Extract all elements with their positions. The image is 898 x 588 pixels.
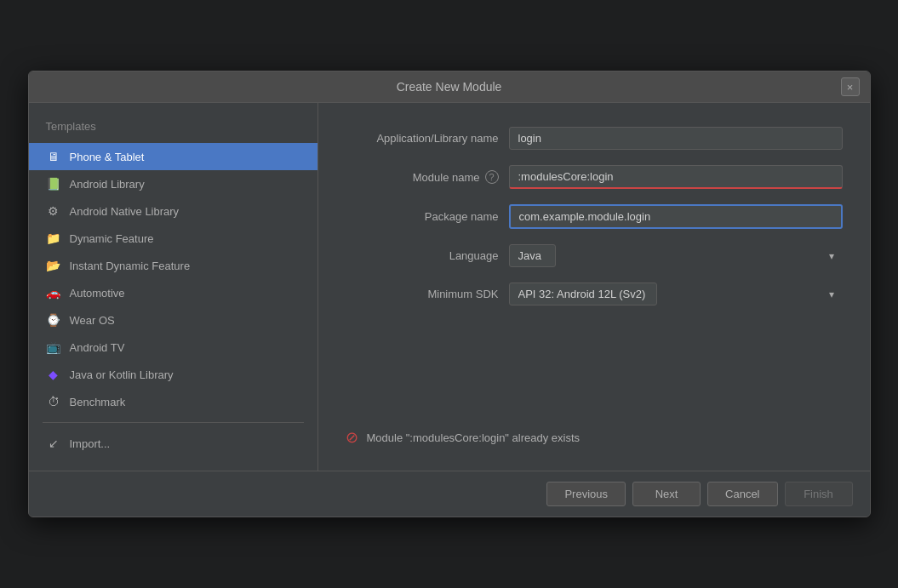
form-spacer	[346, 321, 843, 402]
sidebar-item-phone-tablet[interactable]: 🖥 Phone & Tablet	[29, 143, 317, 170]
language-select[interactable]: Java Kotlin	[509, 244, 556, 267]
language-select-wrapper: Java Kotlin	[509, 244, 843, 267]
phone-tablet-icon: 🖥	[46, 149, 61, 164]
sidebar-header: Templates	[29, 117, 317, 143]
main-content: Application/Library name Module name ? P…	[318, 103, 870, 471]
wear-os-icon: ⌚	[46, 312, 61, 328]
package-name-label: Package name	[346, 210, 499, 223]
next-button[interactable]: Next	[632, 482, 701, 506]
app-library-name-label: Application/Library name	[346, 132, 499, 145]
min-sdk-row: Minimum SDK API 32: Android 12L (Sv2) AP…	[346, 283, 843, 305]
dialog-body: Templates 🖥 Phone & Tablet 📗 Android Lib…	[29, 103, 870, 471]
previous-button[interactable]: Previous	[546, 482, 626, 506]
sidebar-item-label-android-tv: Android TV	[70, 341, 125, 354]
sidebar: Templates 🖥 Phone & Tablet 📗 Android Lib…	[29, 103, 318, 471]
sidebar-item-label-import: Import...	[70, 437, 111, 450]
sidebar-item-wear-os[interactable]: ⌚ Wear OS	[29, 306, 317, 334]
error-icon: ⊘	[346, 428, 358, 447]
app-library-name-row: Application/Library name	[346, 127, 843, 150]
package-name-row: Package name	[346, 204, 843, 229]
sidebar-item-android-native-library[interactable]: ⚙ Android Native Library	[29, 197, 317, 225]
error-text: Module ":modulesCore:login" already exis…	[367, 431, 581, 444]
sidebar-item-label-java-kotlin-library: Java or Kotlin Library	[70, 368, 174, 381]
android-library-icon: 📗	[46, 176, 61, 191]
sidebar-item-label-benchmark: Benchmark	[70, 396, 126, 408]
sidebar-item-label-android-native-library: Android Native Library	[70, 205, 180, 218]
create-module-dialog: Create New Module × Templates 🖥 Phone & …	[28, 71, 871, 517]
min-sdk-select-wrapper: API 32: Android 12L (Sv2) API 31: Androi…	[509, 283, 843, 305]
language-row: Language Java Kotlin	[346, 244, 843, 267]
min-sdk-label: Minimum SDK	[346, 288, 499, 300]
module-name-input[interactable]	[509, 165, 843, 189]
language-label: Language	[346, 249, 499, 262]
cancel-button[interactable]: Cancel	[707, 482, 777, 506]
package-name-input[interactable]	[509, 204, 843, 229]
app-library-name-input[interactable]	[509, 127, 843, 150]
min-sdk-select[interactable]: API 32: Android 12L (Sv2) API 31: Androi…	[509, 283, 657, 305]
sidebar-item-instant-dynamic-feature[interactable]: 📂 Instant Dynamic Feature	[29, 252, 317, 279]
module-name-help-icon[interactable]: ?	[485, 170, 499, 184]
import-icon: ↙	[46, 436, 61, 451]
dialog-footer: Previous Next Cancel Finish	[29, 471, 870, 517]
sidebar-item-android-tv[interactable]: 📺 Android TV	[29, 334, 317, 361]
benchmark-icon: ⏱	[46, 394, 61, 409]
sidebar-item-benchmark[interactable]: ⏱ Benchmark	[29, 388, 317, 415]
module-name-label-wrapper: Module name ?	[346, 170, 499, 184]
android-tv-icon: 📺	[46, 340, 61, 355]
sidebar-item-label-dynamic-feature: Dynamic Feature	[70, 232, 154, 245]
error-message-row: ⊘ Module ":modulesCore:login" already ex…	[346, 418, 843, 447]
sidebar-item-label-automotive: Automotive	[70, 287, 125, 300]
dialog-title: Create New Module	[397, 80, 502, 94]
java-kotlin-icon: ◆	[46, 367, 61, 382]
sidebar-item-java-kotlin-library[interactable]: ◆ Java or Kotlin Library	[29, 361, 317, 388]
android-native-library-icon: ⚙	[46, 203, 61, 219]
sidebar-item-automotive[interactable]: 🚗 Automotive	[29, 279, 317, 306]
dialog-titlebar: Create New Module ×	[29, 71, 870, 103]
dynamic-feature-icon: 📁	[46, 231, 61, 246]
sidebar-item-label-instant-dynamic-feature: Instant Dynamic Feature	[70, 260, 191, 272]
finish-button[interactable]: Finish	[785, 482, 853, 506]
sidebar-item-label-phone-tablet: Phone & Tablet	[70, 151, 145, 163]
sidebar-item-import[interactable]: ↙ Import...	[29, 430, 317, 457]
automotive-icon: 🚗	[46, 285, 61, 300]
module-name-row: Module name ?	[346, 165, 843, 189]
module-name-label: Module name	[327, 171, 480, 184]
sidebar-item-label-wear-os: Wear OS	[70, 314, 115, 327]
sidebar-divider	[43, 422, 304, 423]
sidebar-item-dynamic-feature[interactable]: 📁 Dynamic Feature	[29, 225, 317, 252]
sidebar-item-label-android-library: Android Library	[70, 178, 145, 191]
close-button[interactable]: ×	[841, 77, 860, 96]
sidebar-item-android-library[interactable]: 📗 Android Library	[29, 170, 317, 197]
instant-dynamic-feature-icon: 📂	[46, 258, 61, 273]
